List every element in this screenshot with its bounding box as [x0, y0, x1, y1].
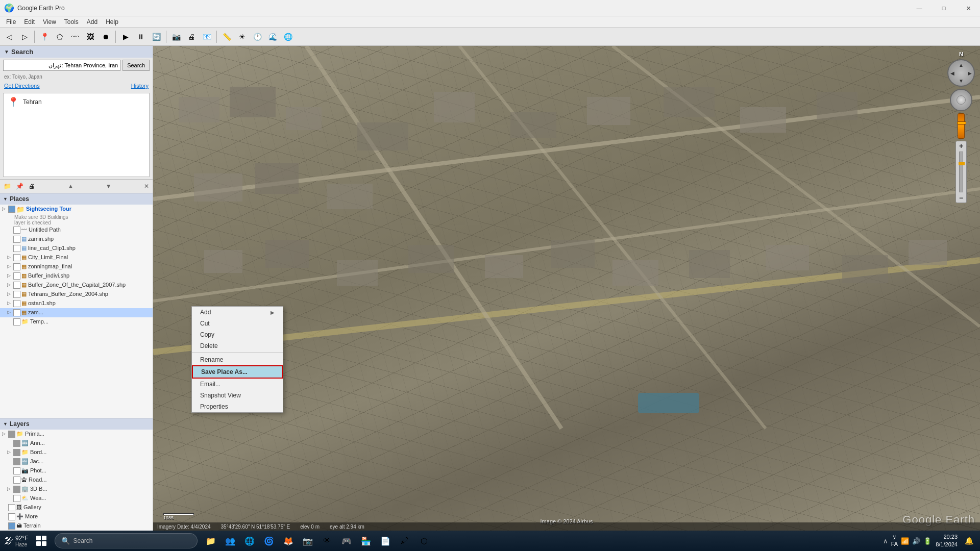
- tree-item-zonning[interactable]: ▷ ▦ zonningmap_final: [0, 262, 153, 271]
- tree-checkbox-tehrans[interactable]: [13, 291, 20, 298]
- taskbar-app-browser[interactable]: 🌐: [240, 532, 259, 549]
- zoom-in-btn[interactable]: +: [956, 141, 966, 151]
- tree-checkbox-linecad[interactable]: [13, 245, 20, 252]
- ctx-delete[interactable]: Delete: [192, 340, 283, 352]
- layer-3d[interactable]: ▷ 🏢 3D B...: [0, 485, 153, 494]
- search-input[interactable]: [3, 60, 120, 71]
- ctx-save-place-as[interactable]: Save Place As...: [192, 365, 283, 379]
- tree-checkbox-zam2[interactable]: [13, 309, 20, 316]
- tree-checkbox-sightseeing[interactable]: [8, 206, 15, 213]
- ctx-rename[interactable]: Rename: [192, 354, 283, 365]
- taskbar-app-ps[interactable]: 🎮: [337, 532, 356, 549]
- language-indicator[interactable]: لا FA: [891, 534, 898, 547]
- layer-photos[interactable]: 📷 Phot...: [0, 466, 153, 475]
- nav-up-btn[interactable]: ▲: [959, 62, 964, 68]
- nav-left-btn[interactable]: ◀: [950, 70, 954, 76]
- tree-checkbox-primary[interactable]: [8, 431, 15, 438]
- toolbar-record[interactable]: ⏺: [99, 30, 113, 44]
- layer-gallery[interactable]: 🖼 Gallery: [0, 503, 153, 512]
- toolbar-overlay[interactable]: 🖼: [83, 30, 97, 44]
- altitude-indicator[interactable]: [958, 113, 965, 139]
- tree-checkbox-gallery[interactable]: [8, 504, 15, 511]
- taskbar-app-word[interactable]: 📷: [299, 532, 317, 549]
- tree-item-zamin[interactable]: ▦ zamin.shp: [0, 235, 153, 244]
- menu-view[interactable]: View: [39, 17, 60, 27]
- tree-checkbox-untitled[interactable]: [13, 227, 20, 234]
- taskbar-app-photos[interactable]: 🦊: [279, 532, 298, 549]
- panel-new-folder[interactable]: 📁: [2, 181, 12, 191]
- layer-borders[interactable]: ▷ 📁 Bord...: [0, 448, 153, 457]
- layer-labels[interactable]: 🔤 Jac...: [0, 457, 153, 466]
- tree-item-sightseeing[interactable]: ▷ 📁 Sightseeing Tour: [0, 205, 153, 214]
- taskbar-app-game[interactable]: 👁: [318, 532, 336, 549]
- battery-icon[interactable]: 🔋: [923, 537, 932, 545]
- ctx-email[interactable]: Email...: [192, 379, 283, 390]
- toolbar-back[interactable]: ◁: [2, 30, 16, 44]
- tree-checkbox-zamin[interactable]: [13, 236, 20, 243]
- ctx-snapshot-view[interactable]: Snapshot View: [192, 390, 283, 401]
- menu-file[interactable]: File: [2, 17, 20, 27]
- tree-item-ostan1[interactable]: ▷ ▦ ostan1.shp: [0, 299, 153, 308]
- zoom-out-btn[interactable]: −: [956, 193, 966, 203]
- panel-new-placemark[interactable]: 📌: [14, 181, 24, 191]
- taskbar-app-explorer[interactable]: 📁: [202, 532, 220, 549]
- get-directions-link[interactable]: Get Directions: [4, 83, 40, 89]
- toolbar-measure[interactable]: 📏: [219, 30, 234, 44]
- navigation-ring[interactable]: ▲ ▼ ◀ ▶: [947, 59, 975, 87]
- toolbar-print[interactable]: 🖨: [184, 30, 199, 44]
- layer-terrain[interactable]: 🏔 Terrain: [0, 521, 153, 531]
- menu-edit[interactable]: Edit: [20, 17, 39, 27]
- tree-checkbox-buffer-zone[interactable]: [13, 282, 20, 289]
- layer-primary[interactable]: ▷ 📁 Prima...: [0, 430, 153, 439]
- layer-ann[interactable]: 🔤 Ann...: [0, 439, 153, 448]
- taskbar-app-word2[interactable]: 📄: [376, 532, 395, 549]
- volume-icon[interactable]: 🔊: [912, 537, 920, 545]
- tree-checkbox-city[interactable]: [13, 254, 20, 261]
- tray-chevron-icon[interactable]: ∧: [883, 537, 888, 545]
- tree-checkbox-temp[interactable]: [13, 318, 20, 325]
- panel-close-btn[interactable]: ✕: [142, 182, 151, 190]
- taskbar-clock[interactable]: 20:23 8/1/2024: [936, 533, 958, 549]
- tree-checkbox-borders[interactable]: [13, 449, 20, 456]
- tree-checkbox-weather[interactable]: [13, 495, 20, 502]
- toolbar-historical[interactable]: 🕐: [250, 30, 264, 44]
- maximize-button[interactable]: □: [932, 0, 955, 16]
- tree-checkbox-3d[interactable]: [13, 486, 20, 493]
- tree-checkbox-roads[interactable]: [13, 477, 20, 484]
- ctx-cut[interactable]: Cut: [192, 318, 283, 329]
- taskbar-search-bar[interactable]: 🔍 Search: [55, 533, 198, 548]
- tree-item-line-cad[interactable]: ▦ line_cad_Clip1.shp: [0, 244, 153, 253]
- tree-item-tehrans-buffer[interactable]: ▷ ▦ Tehrans_Buffer_Zone_2004.shp: [0, 290, 153, 299]
- toolbar-polygon[interactable]: ⬠: [53, 30, 67, 44]
- search-collapse-arrow[interactable]: ▼: [4, 49, 9, 55]
- layer-more[interactable]: ➕ More: [0, 512, 153, 521]
- taskbar-app-edge[interactable]: 🌀: [260, 532, 278, 549]
- wifi-icon[interactable]: 📶: [901, 537, 909, 545]
- tree-item-buffer-zone[interactable]: ▷ ▦ Buffer_Zone_Of_the_Capital_2007.shp: [0, 281, 153, 290]
- map-satellite-view[interactable]: N ▲ ▼ ◀ ▶ +: [153, 46, 980, 531]
- tree-item-untitled-path[interactable]: 〰 Untitled Path: [0, 226, 153, 235]
- nav-down-btn[interactable]: ▼: [959, 78, 964, 84]
- search-result-tehran[interactable]: 📍 Tehran: [4, 93, 149, 111]
- tree-item-zam2[interactable]: ▷ ▦ zam...: [0, 308, 153, 317]
- places-header[interactable]: ▼ Places: [0, 193, 153, 205]
- tree-checkbox-buffer-indivi[interactable]: [13, 272, 20, 280]
- toolbar-email[interactable]: 📧: [200, 30, 214, 44]
- tree-checkbox-ann[interactable]: [13, 440, 20, 447]
- taskbar-app-teams[interactable]: 👥: [221, 532, 239, 549]
- panel-print[interactable]: 🖨: [27, 181, 37, 191]
- minimize-button[interactable]: —: [908, 0, 931, 16]
- notification-button[interactable]: 🔔: [962, 534, 976, 548]
- zoom-slider[interactable]: [959, 152, 963, 192]
- tree-checkbox-more[interactable]: [8, 513, 15, 520]
- taskbar-app-store[interactable]: 🏪: [357, 532, 375, 549]
- ctx-properties[interactable]: Properties: [192, 401, 283, 412]
- toolbar-globe[interactable]: 🌐: [281, 30, 295, 44]
- nav-right-btn[interactable]: ▶: [968, 70, 972, 76]
- layers-header[interactable]: ▼ Layers: [0, 418, 153, 430]
- tree-checkbox-ostan1[interactable]: [13, 300, 20, 307]
- tree-item-buffer-indivi[interactable]: ▷ ▦ Buffer_indivi.shp: [0, 271, 153, 281]
- taskbar-app-pen[interactable]: 🖊: [396, 532, 414, 549]
- tilt-ring[interactable]: [950, 89, 972, 111]
- tree-checkbox-terrain[interactable]: [8, 522, 15, 530]
